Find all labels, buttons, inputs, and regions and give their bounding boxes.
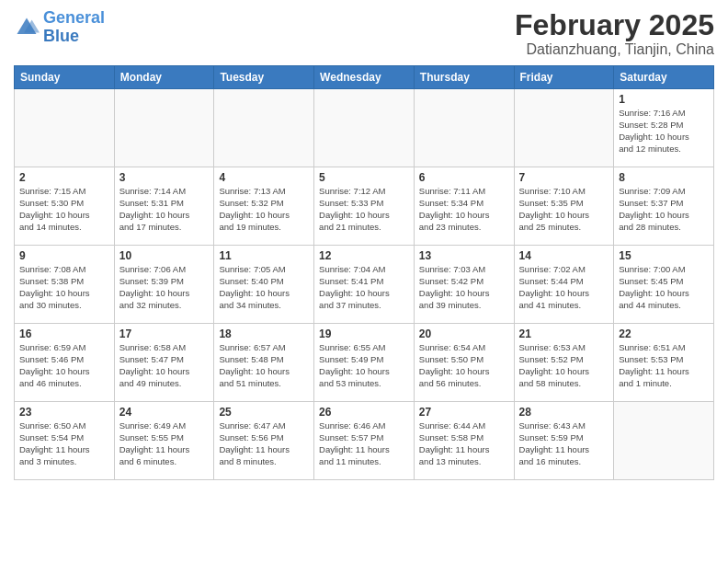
day-number: 16	[19, 327, 109, 340]
calendar-week-row: 16Sunrise: 6:59 AM Sunset: 5:46 PM Dayli…	[15, 324, 714, 402]
logo: General Blue	[14, 9, 105, 46]
day-number: 23	[19, 406, 109, 419]
day-number: 27	[419, 406, 509, 419]
calendar-day-cell: 5Sunrise: 7:12 AM Sunset: 5:33 PM Daylig…	[314, 167, 415, 246]
day-number: 11	[219, 249, 309, 262]
calendar-day-cell	[514, 89, 614, 167]
calendar-day-cell: 11Sunrise: 7:05 AM Sunset: 5:40 PM Dayli…	[214, 246, 314, 324]
subtitle: Datianzhuang, Tianjin, China	[515, 41, 714, 58]
calendar-week-row: 9Sunrise: 7:08 AM Sunset: 5:38 PM Daylig…	[15, 246, 714, 324]
header: General Blue February 2025 Datianzhuang,…	[14, 9, 714, 58]
calendar-day-cell: 12Sunrise: 7:04 AM Sunset: 5:41 PM Dayli…	[314, 246, 415, 324]
day-detail: Sunrise: 6:49 AM Sunset: 5:55 PM Dayligh…	[119, 420, 210, 467]
calendar-day-cell: 1Sunrise: 7:16 AM Sunset: 5:28 PM Daylig…	[614, 89, 714, 167]
calendar-day-cell: 17Sunrise: 6:58 AM Sunset: 5:47 PM Dayli…	[114, 324, 214, 402]
calendar-header-row: SundayMondayTuesdayWednesdayThursdayFrid…	[15, 66, 714, 89]
day-detail: Sunrise: 6:44 AM Sunset: 5:58 PM Dayligh…	[419, 420, 509, 467]
day-detail: Sunrise: 7:05 AM Sunset: 5:40 PM Dayligh…	[219, 264, 309, 311]
calendar-table: SundayMondayTuesdayWednesdayThursdayFrid…	[14, 65, 714, 480]
day-detail: Sunrise: 7:16 AM Sunset: 5:28 PM Dayligh…	[619, 108, 709, 155]
day-detail: Sunrise: 7:13 AM Sunset: 5:32 PM Dayligh…	[219, 186, 309, 233]
calendar-day-cell: 15Sunrise: 7:00 AM Sunset: 5:45 PM Dayli…	[614, 246, 714, 324]
calendar-day-cell: 18Sunrise: 6:57 AM Sunset: 5:48 PM Dayli…	[214, 324, 314, 402]
day-number: 26	[319, 406, 409, 419]
day-detail: Sunrise: 6:53 AM Sunset: 5:52 PM Dayligh…	[519, 342, 609, 389]
day-number: 28	[519, 406, 609, 419]
logo-line2: Blue	[43, 27, 79, 45]
weekday-header: Tuesday	[214, 66, 314, 89]
day-number: 22	[619, 327, 709, 340]
calendar-day-cell: 21Sunrise: 6:53 AM Sunset: 5:52 PM Dayli…	[514, 324, 614, 402]
day-detail: Sunrise: 6:43 AM Sunset: 5:59 PM Dayligh…	[519, 420, 609, 467]
calendar-day-cell: 10Sunrise: 7:06 AM Sunset: 5:39 PM Dayli…	[114, 246, 214, 324]
weekday-header: Saturday	[614, 66, 714, 89]
day-detail: Sunrise: 7:11 AM Sunset: 5:34 PM Dayligh…	[419, 186, 509, 233]
day-detail: Sunrise: 6:55 AM Sunset: 5:49 PM Dayligh…	[319, 342, 409, 389]
day-number: 18	[219, 327, 309, 340]
day-number: 15	[619, 249, 709, 262]
day-detail: Sunrise: 7:09 AM Sunset: 5:37 PM Dayligh…	[619, 186, 709, 233]
day-number: 10	[119, 249, 210, 262]
day-number: 2	[19, 171, 109, 184]
calendar-day-cell: 3Sunrise: 7:14 AM Sunset: 5:31 PM Daylig…	[114, 167, 214, 246]
day-number: 13	[419, 249, 509, 262]
main-title: February 2025	[515, 9, 714, 41]
day-number: 19	[319, 327, 409, 340]
day-detail: Sunrise: 7:15 AM Sunset: 5:30 PM Dayligh…	[19, 186, 109, 233]
calendar-day-cell	[15, 89, 115, 167]
calendar-day-cell: 6Sunrise: 7:11 AM Sunset: 5:34 PM Daylig…	[414, 167, 514, 246]
day-number: 17	[119, 327, 210, 340]
day-number: 14	[519, 249, 609, 262]
logo-line1: General	[43, 8, 105, 27]
day-number: 9	[19, 249, 109, 262]
day-number: 24	[119, 406, 210, 419]
calendar-week-row: 1Sunrise: 7:16 AM Sunset: 5:28 PM Daylig…	[15, 89, 714, 167]
day-detail: Sunrise: 6:50 AM Sunset: 5:54 PM Dayligh…	[19, 420, 109, 467]
day-detail: Sunrise: 7:04 AM Sunset: 5:41 PM Dayligh…	[319, 264, 409, 311]
calendar-day-cell: 24Sunrise: 6:49 AM Sunset: 5:55 PM Dayli…	[114, 402, 214, 480]
day-number: 21	[519, 327, 609, 340]
day-number: 5	[319, 171, 409, 184]
day-detail: Sunrise: 7:12 AM Sunset: 5:33 PM Dayligh…	[319, 186, 409, 233]
day-number: 1	[619, 93, 709, 106]
day-detail: Sunrise: 6:58 AM Sunset: 5:47 PM Dayligh…	[119, 342, 210, 389]
calendar-day-cell: 26Sunrise: 6:46 AM Sunset: 5:57 PM Dayli…	[314, 402, 415, 480]
weekday-header: Sunday	[15, 66, 115, 89]
day-detail: Sunrise: 6:51 AM Sunset: 5:53 PM Dayligh…	[619, 342, 709, 389]
calendar-day-cell	[314, 89, 415, 167]
weekday-header: Thursday	[414, 66, 514, 89]
day-detail: Sunrise: 6:57 AM Sunset: 5:48 PM Dayligh…	[219, 342, 309, 389]
logo-icon	[14, 15, 40, 40]
calendar-day-cell: 2Sunrise: 7:15 AM Sunset: 5:30 PM Daylig…	[15, 167, 115, 246]
weekday-header: Monday	[114, 66, 214, 89]
day-detail: Sunrise: 7:14 AM Sunset: 5:31 PM Dayligh…	[119, 186, 210, 233]
day-detail: Sunrise: 6:59 AM Sunset: 5:46 PM Dayligh…	[19, 342, 109, 389]
calendar-day-cell: 23Sunrise: 6:50 AM Sunset: 5:54 PM Dayli…	[15, 402, 115, 480]
logo-text: General Blue	[43, 9, 105, 46]
weekday-header: Friday	[514, 66, 614, 89]
day-detail: Sunrise: 6:47 AM Sunset: 5:56 PM Dayligh…	[219, 420, 309, 467]
day-detail: Sunrise: 7:10 AM Sunset: 5:35 PM Dayligh…	[519, 186, 609, 233]
calendar-day-cell: 4Sunrise: 7:13 AM Sunset: 5:32 PM Daylig…	[214, 167, 314, 246]
calendar-day-cell	[214, 89, 314, 167]
calendar-day-cell: 19Sunrise: 6:55 AM Sunset: 5:49 PM Dayli…	[314, 324, 415, 402]
day-number: 12	[319, 249, 409, 262]
day-number: 4	[219, 171, 309, 184]
calendar-day-cell	[614, 402, 714, 480]
day-number: 20	[419, 327, 509, 340]
calendar-day-cell: 9Sunrise: 7:08 AM Sunset: 5:38 PM Daylig…	[15, 246, 115, 324]
calendar-day-cell: 7Sunrise: 7:10 AM Sunset: 5:35 PM Daylig…	[514, 167, 614, 246]
day-detail: Sunrise: 7:08 AM Sunset: 5:38 PM Dayligh…	[19, 264, 109, 311]
calendar-day-cell: 16Sunrise: 6:59 AM Sunset: 5:46 PM Dayli…	[15, 324, 115, 402]
calendar-day-cell: 14Sunrise: 7:02 AM Sunset: 5:44 PM Dayli…	[514, 246, 614, 324]
calendar-day-cell	[114, 89, 214, 167]
day-detail: Sunrise: 6:54 AM Sunset: 5:50 PM Dayligh…	[419, 342, 509, 389]
calendar-day-cell: 8Sunrise: 7:09 AM Sunset: 5:37 PM Daylig…	[614, 167, 714, 246]
calendar-day-cell: 20Sunrise: 6:54 AM Sunset: 5:50 PM Dayli…	[414, 324, 514, 402]
calendar-week-row: 23Sunrise: 6:50 AM Sunset: 5:54 PM Dayli…	[15, 402, 714, 480]
day-number: 25	[219, 406, 309, 419]
day-number: 6	[419, 171, 509, 184]
calendar-day-cell: 25Sunrise: 6:47 AM Sunset: 5:56 PM Dayli…	[214, 402, 314, 480]
title-area: February 2025 Datianzhuang, Tianjin, Chi…	[515, 9, 714, 58]
calendar-day-cell: 13Sunrise: 7:03 AM Sunset: 5:42 PM Dayli…	[414, 246, 514, 324]
